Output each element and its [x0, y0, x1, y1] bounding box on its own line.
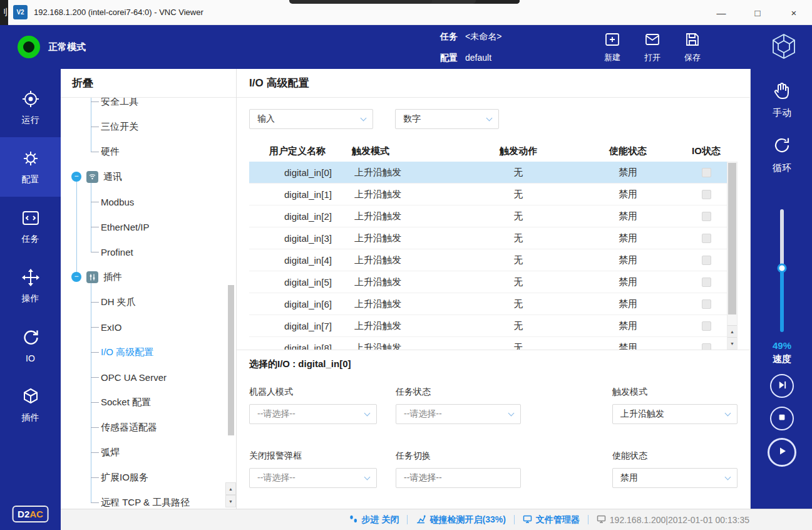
stop-button[interactable]: [770, 407, 794, 430]
table-row[interactable]: digital_in[6] 上升沿触发 无 禁用: [249, 293, 727, 315]
app-header: 正常模式 任务 <未命名> 配置 default 新建 打开 保: [0, 25, 812, 69]
sidebar-item-config[interactable]: 配置: [0, 137, 61, 197]
table-row[interactable]: digital_in[3] 上升沿触发 无 禁用: [249, 227, 727, 249]
step-forward-button[interactable]: [770, 374, 794, 398]
table-scroll-down-button[interactable]: ▼: [727, 337, 737, 349]
io-advanced-config-page: I/O 高级配置 输入 数字 用户定义名称 触发模: [237, 69, 751, 509]
io-state-checkbox[interactable]: [702, 278, 711, 287]
play-icon: [776, 445, 788, 459]
tree-item-arc-welding[interactable]: 弧焊: [61, 440, 236, 465]
collapse-node-icon[interactable]: −: [71, 272, 81, 282]
stop-icon: [778, 413, 786, 424]
table-row[interactable]: digital_in[1] 上升沿触发 无 禁用: [249, 184, 727, 205]
io-state-checkbox[interactable]: [702, 234, 711, 243]
table-scrollbar[interactable]: ▲ ▼: [727, 162, 737, 350]
vnc-toolbar-strip[interactable]: [289, 0, 520, 4]
io-direction-select[interactable]: 输入: [249, 109, 373, 129]
tree-item-socket-config[interactable]: Socket 配置: [61, 390, 236, 415]
vnc-app-icon: V2: [13, 5, 28, 19]
task-switch-label: 任务切换: [396, 450, 521, 462]
table-scrollbar-thumb[interactable]: [728, 163, 736, 314]
tree-body: 安全工具 三位开关 硬件 − 通讯 Modbus EtherNet/IP Pr: [61, 98, 236, 509]
io-state-checkbox[interactable]: [702, 343, 711, 350]
io-state-checkbox[interactable]: [702, 190, 711, 199]
close-alarm-select[interactable]: --请选择--: [249, 468, 377, 488]
table-row[interactable]: digital_in[0] 上升沿触发 无 禁用: [249, 162, 727, 184]
tree-item-extended-io-service[interactable]: 扩展IO服务: [61, 465, 236, 490]
config-value: default: [465, 53, 491, 64]
minimize-button[interactable]: —: [703, 0, 739, 25]
sidebar-item-task[interactable]: 任务: [0, 197, 61, 256]
sidebar-item-run[interactable]: 运行: [0, 78, 61, 137]
cycle-mode-button[interactable]: 循环: [772, 135, 792, 174]
new-button-label: 新建: [604, 52, 620, 63]
tree-item-modbus[interactable]: Modbus: [61, 189, 236, 214]
step-status[interactable]: 步进 关闭: [349, 514, 399, 526]
tree-item-opc-ua-server[interactable]: OPC UA Server: [61, 365, 236, 390]
task-state-select[interactable]: --请选择--: [396, 404, 521, 424]
plugin-sliders-icon: [86, 271, 98, 283]
io-state-checkbox[interactable]: [702, 321, 711, 331]
table-scroll-up-button[interactable]: ▲: [727, 325, 737, 337]
task-label: 任务: [440, 31, 458, 43]
sidebar-item-label: 运行: [22, 115, 39, 126]
io-type-select[interactable]: 数字: [395, 109, 499, 129]
tree-item-three-position-switch[interactable]: 三位开关: [61, 114, 236, 139]
tree-item-communication[interactable]: − 通讯: [61, 164, 236, 189]
tree-item-io-advanced-config[interactable]: I/O 高级配置: [61, 340, 236, 365]
tree-item-plugins-group[interactable]: − 插件: [61, 264, 236, 289]
tree-item-remote-tcp-toolpath[interactable]: 远程 TCP & 工具路径: [61, 490, 236, 509]
robot-mode-select[interactable]: --请选择--: [249, 404, 377, 424]
close-button[interactable]: ×: [776, 0, 812, 25]
tree-scroll-down-button[interactable]: ▼: [225, 495, 236, 507]
open-button[interactable]: 打开: [644, 31, 660, 63]
tree-item-profinet[interactable]: Profinet: [61, 239, 236, 264]
io-state-checkbox[interactable]: [702, 299, 711, 309]
collision-detection-status[interactable]: 碰撞检测开启(33%): [416, 514, 505, 526]
collapse-panel-title[interactable]: 折叠: [61, 69, 236, 98]
task-switch-input[interactable]: [396, 468, 521, 488]
tree-item-exio[interactable]: ExIO: [61, 314, 236, 340]
tree-scroll-up-button[interactable]: ▲: [225, 482, 236, 495]
tree-item-safety-tools[interactable]: 安全工具: [61, 98, 236, 114]
tree-item-sensor-adapter[interactable]: 传感器适配器: [61, 415, 236, 440]
tree-scrollbar-thumb[interactable]: [228, 285, 234, 435]
new-button[interactable]: 新建: [604, 31, 620, 63]
sidebar-item-operate[interactable]: 操作: [0, 256, 61, 316]
chevron-down-icon: [364, 474, 371, 481]
io-state-checkbox[interactable]: [702, 256, 711, 265]
speed-slider-thumb[interactable]: [778, 264, 787, 273]
table-row[interactable]: digital_in[5] 上升沿触发 无 禁用: [249, 271, 727, 293]
io-state-checkbox[interactable]: [702, 212, 711, 221]
play-button[interactable]: [768, 438, 796, 467]
file-manager-button[interactable]: 文件管理器: [523, 514, 580, 526]
table-row[interactable]: digital_in[8] 上升沿触发 无 禁用: [249, 337, 727, 350]
save-icon: [684, 31, 701, 49]
enable-state-select[interactable]: 禁用: [612, 468, 737, 488]
chevron-down-icon: [486, 115, 493, 122]
task-state-label: 任务状态: [396, 387, 521, 398]
maximize-button[interactable]: □: [739, 0, 776, 25]
config-tree-panel: 折叠 安全工具 三位开关 硬件 −: [61, 69, 237, 509]
mode-indicator: 正常模式: [18, 36, 86, 58]
sidebar-item-io[interactable]: IO: [0, 316, 61, 375]
tree-item-hardware[interactable]: 硬件: [61, 139, 236, 164]
sidebar-item-plugin[interactable]: 插件: [0, 375, 61, 435]
io-state-checkbox[interactable]: [702, 168, 711, 177]
speed-label: 速度: [773, 353, 791, 365]
table-row[interactable]: digital_in[2] 上升沿触发 无 禁用: [249, 205, 727, 227]
chevron-down-icon: [508, 410, 515, 417]
speed-slider[interactable]: [780, 209, 784, 332]
table-row[interactable]: digital_in[4] 上升沿触发 无 禁用: [249, 249, 727, 271]
io-table: 用户定义名称 触发模式 触发动作 使能状态 IO状态 digital_in[0]…: [249, 140, 737, 350]
save-button[interactable]: 保存: [684, 31, 701, 63]
tree-item-ethernet-ip[interactable]: EtherNet/IP: [61, 214, 236, 239]
manual-mode-button[interactable]: 手动: [772, 81, 792, 119]
collapse-node-icon[interactable]: −: [71, 172, 81, 182]
new-file-icon: [604, 31, 620, 49]
right-control-bar: 手动 循环 49% 速度: [751, 69, 812, 509]
trigger-mode-select[interactable]: 上升沿触发: [612, 404, 737, 424]
tree-item-dh-gripper[interactable]: DH 夹爪: [61, 289, 236, 314]
swap-arrows-icon: [21, 328, 40, 349]
table-row[interactable]: digital_in[7] 上升沿触发 无 禁用: [249, 315, 727, 337]
